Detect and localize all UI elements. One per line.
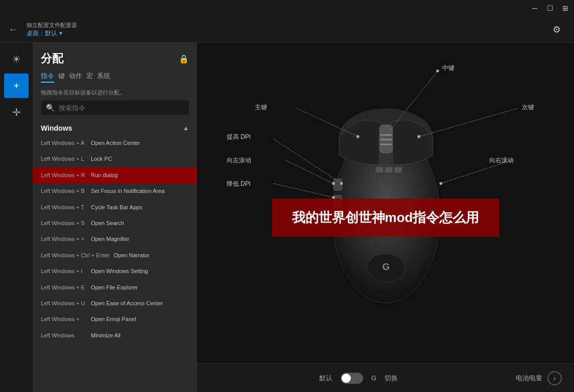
list-item[interactable]: Left Windows + . Open Emoji Panel: [33, 311, 197, 327]
cmd-keys: Left Windows + R: [41, 172, 87, 179]
commands-panel: 分配 🔒 指令 键 动作 宏 系统 拖拽指令至目标设备以进行分配。 🔍 Wind…: [33, 43, 197, 392]
svg-point-26: [332, 196, 335, 199]
dropdown-icon: ▾: [59, 30, 62, 37]
g-label: G: [371, 374, 376, 382]
svg-text:向右滚动: 向右滚动: [489, 157, 514, 164]
cmd-action: Set Focus in Notification Area: [91, 187, 164, 195]
list-item[interactable]: Left Windows + Ctrl + Enter Open Narrato…: [33, 248, 197, 263]
cmd-keys: Left Windows + A: [41, 139, 87, 147]
svg-text:G: G: [382, 261, 390, 272]
cmd-keys: Left Windows + E: [41, 284, 87, 291]
svg-rect-10: [394, 167, 402, 173]
cmd-action: Lock PC: [91, 155, 112, 163]
cmd-action: Open Narrator: [114, 252, 150, 259]
cmd-action: Run dialog: [91, 172, 118, 179]
cmd-keys: Left Windows + .: [41, 315, 87, 323]
title-bar-controls: ─ ☐ ⊞: [530, 4, 570, 13]
toggle-switch[interactable]: [341, 373, 363, 384]
toggle-knob: [342, 374, 351, 383]
svg-line-21: [285, 160, 334, 184]
sidebar-move[interactable]: ✛: [4, 100, 29, 125]
battery-arrow-button[interactable]: ›: [547, 371, 562, 385]
toggle-area: 默认 G 切换: [209, 373, 508, 384]
svg-point-24: [440, 182, 443, 185]
svg-text:向左滚动: 向左滚动: [227, 157, 251, 164]
sidebar-plus[interactable]: +: [4, 74, 29, 98]
collapse-button[interactable]: ▲: [183, 125, 189, 132]
svg-point-18: [417, 135, 420, 138]
main-area: G 中键: [197, 43, 574, 392]
cmd-action: Open Magnifier: [91, 235, 129, 243]
panel-title: 分配: [41, 51, 63, 66]
list-item[interactable]: Left Windows + R Run dialog: [33, 167, 197, 183]
battery-label: 电池电量: [516, 374, 542, 383]
grid-button[interactable]: ⊞: [561, 4, 570, 13]
list-item[interactable]: Left Windows + L Lock PC: [33, 151, 197, 167]
search-input[interactable]: [59, 104, 184, 112]
list-item[interactable]: Left Windows + T Cycle Task Bar Apps: [33, 200, 197, 215]
panel-header: 分配 🔒: [33, 43, 197, 70]
svg-text:降低 DPI: 降低 DPI: [227, 180, 251, 187]
svg-line-17: [419, 109, 517, 137]
svg-rect-4: [380, 139, 392, 140]
cmd-action: Open Emoji Panel: [91, 315, 136, 323]
settings-button[interactable]: ⚙: [547, 20, 566, 39]
list-item[interactable]: Left Windows + S Open Search: [33, 215, 197, 231]
svg-rect-3: [380, 134, 392, 136]
tab-system[interactable]: 系统: [97, 70, 110, 83]
svg-text:次键: 次键: [522, 104, 534, 111]
search-icon: 🔍: [46, 104, 55, 112]
diagram-svg: G 中键: [197, 43, 574, 363]
windows-group-label: Windows: [41, 124, 72, 132]
default-label: 默认: [319, 374, 332, 383]
svg-line-25: [274, 183, 334, 198]
left-sidebar: ☀ + ✛: [0, 43, 33, 392]
list-item[interactable]: Left Windows + B Set Focus in Notificati…: [33, 183, 197, 199]
sidebar-brightness[interactable]: ☀: [4, 47, 29, 71]
cmd-action: Open Ease of Access Center: [91, 300, 163, 307]
commands-list: Windows ▲ Left Windows + A Open Action C…: [33, 119, 197, 392]
maximize-button[interactable]: ☐: [545, 4, 555, 13]
tab-macros[interactable]: 宏: [86, 70, 93, 83]
list-item[interactable]: Left Windows + E Open File Explorer: [33, 280, 197, 296]
svg-rect-6: [333, 179, 342, 190]
cmd-keys: Left Windows + Ctrl + Enter: [41, 252, 110, 259]
tab-row: 指令 键 动作 宏 系统: [33, 70, 197, 87]
svg-point-22: [332, 182, 335, 185]
list-item[interactable]: Left Windows + I Open Windows Setting: [33, 263, 197, 279]
svg-point-14: [436, 69, 439, 72]
tab-commands[interactable]: 指令: [41, 70, 54, 83]
cmd-keys: Left Windows + U: [41, 300, 87, 307]
list-item[interactable]: Left Windows + A Open Action Center: [33, 135, 197, 151]
title-bar: ─ ☐ ⊞: [0, 0, 574, 16]
profile-selector[interactable]: 桌面：默认 ▾: [27, 29, 547, 38]
back-button[interactable]: ←: [8, 23, 18, 35]
battery-area: 电池电量 ›: [516, 371, 562, 385]
svg-point-16: [356, 135, 360, 138]
list-item[interactable]: Left Windows Minimize All: [33, 328, 197, 344]
list-item[interactable]: Left Windows + = Open Magnifier: [33, 231, 197, 247]
cmd-action: Open Action Center: [91, 139, 140, 147]
tab-actions[interactable]: 动作: [69, 70, 82, 83]
cmd-action: Cycle Task Bar Apps: [91, 204, 142, 211]
cmd-keys: Left Windows + T: [41, 204, 87, 211]
list-item[interactable]: Left Windows + U Open Ease of Access Cen…: [33, 296, 197, 311]
mouse-diagram: G 中键: [197, 43, 574, 392]
cmd-keys: Left Windows + I: [41, 267, 87, 275]
cmd-keys: Left Windows: [41, 332, 87, 339]
search-box: 🔍: [41, 101, 189, 115]
profile-label: 桌面：默认: [27, 29, 57, 38]
svg-text:中键: 中键: [442, 64, 455, 71]
svg-rect-8: [376, 167, 384, 173]
tab-keys[interactable]: 键: [58, 70, 65, 83]
cmd-keys: Left Windows + =: [41, 235, 87, 243]
minimize-button[interactable]: ─: [530, 4, 539, 13]
cmd-action: Open File Explorer: [91, 284, 138, 291]
svg-line-19: [274, 139, 342, 183]
cmd-keys: Left Windows + B: [41, 187, 87, 195]
lock-icon: 🔒: [179, 54, 189, 64]
cmd-action: Minimize All: [91, 332, 121, 339]
cmd-keys: Left Windows + L: [41, 155, 87, 163]
cmd-keys: Left Windows + S: [41, 219, 87, 227]
header-info: 独立配置文件配置器 桌面：默认 ▾: [27, 21, 547, 38]
